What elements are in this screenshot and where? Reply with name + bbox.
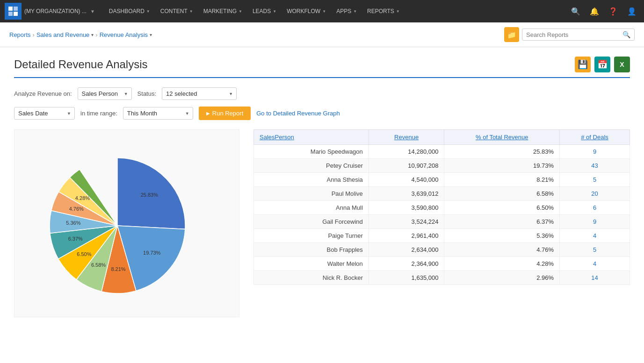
breadcrumb: Reports › Sales and Revenue ▾ › Revenue …	[9, 31, 152, 38]
date-field-select-wrapper: Sales Date	[14, 107, 75, 120]
cell-deals: 43	[560, 159, 630, 173]
nav-items: DASHBOARD ▼ CONTENT ▼ MARKETING ▼ LEADS …	[104, 5, 566, 17]
cell-revenue: 2,634,000	[369, 243, 444, 257]
cell-revenue: 1,635,000	[369, 271, 444, 285]
col-pct-revenue[interactable]: % of Total Revenue	[444, 130, 560, 145]
col-revenue[interactable]: Revenue	[369, 130, 444, 145]
analyze-label: Analyze Revenue on:	[14, 90, 72, 97]
status-select[interactable]: 12 selected	[162, 87, 237, 100]
table-body: Mario Speedwagon 14,280,000 25.83% 9 Pet…	[254, 145, 630, 285]
deals-link[interactable]: 5	[593, 246, 596, 253]
time-range-select-wrapper: This Month	[123, 107, 193, 120]
run-report-button[interactable]: ▶ Run Report	[199, 107, 251, 120]
deals-link[interactable]: 6	[593, 204, 596, 211]
cell-revenue: 3,524,224	[369, 215, 444, 229]
table-header-row: SalesPerson Revenue % of Total Revenue #…	[254, 130, 630, 145]
date-field-select[interactable]: Sales Date	[14, 107, 75, 120]
save-icon-btn[interactable]: 💾	[575, 57, 591, 72]
page-title-area: Detailed Revenue Analysis 💾 📅 X	[14, 57, 630, 78]
cell-name: Anna Mull	[254, 201, 369, 215]
col-salesperson[interactable]: SalesPerson	[254, 130, 369, 145]
deals-link[interactable]: 5	[593, 176, 596, 183]
cell-deals: 14	[560, 271, 630, 285]
cell-pct: 6.58%	[444, 187, 560, 201]
cell-pct: 19.73%	[444, 159, 560, 173]
svg-text:6.37%: 6.37%	[68, 236, 83, 242]
nav-reports[interactable]: REPORTS ▼	[362, 5, 405, 17]
search-submit-icon[interactable]: 🔍	[622, 31, 630, 38]
top-navigation: (MY ORGANIZATION) ... ▼ DASHBOARD ▼ CONT…	[0, 0, 644, 22]
deals-link[interactable]: 9	[593, 148, 596, 155]
logo-area[interactable]: (MY ORGANIZATION) ... ▼	[5, 3, 95, 20]
cell-name: Gail Forcewind	[254, 215, 369, 229]
svg-rect-2	[8, 12, 13, 16]
table-row: Paige Turner 2,961,400 5.36% 4	[254, 229, 630, 243]
search-box: 🔍	[522, 28, 635, 41]
nav-apps-arrow: ▼	[353, 9, 357, 14]
breadcrumb-analysis-dropdown[interactable]: ▾	[150, 32, 152, 37]
status-select-wrapper: 12 selected	[162, 87, 237, 100]
cell-deals: 5	[560, 173, 630, 187]
nav-marketing[interactable]: MARKETING ▼	[199, 5, 247, 17]
svg-rect-3	[14, 12, 18, 16]
table-row: Gail Forcewind 3,524,224 6.37% 9	[254, 215, 630, 229]
deals-link[interactable]: 4	[593, 232, 596, 239]
help-icon-btn[interactable]: ❓	[606, 4, 621, 19]
nav-content[interactable]: CONTENT ▼	[156, 5, 198, 17]
cell-revenue: 2,961,400	[369, 229, 444, 243]
deals-link[interactable]: 9	[593, 218, 596, 225]
cell-revenue: 4,540,000	[369, 173, 444, 187]
cell-deals: 6	[560, 201, 630, 215]
breadcrumb-revenue-analysis[interactable]: Revenue Analysis	[100, 31, 148, 38]
nav-icon-group: 🔍 🔔 ❓ 👤	[568, 4, 639, 19]
filter-row-2: Sales Date in time range: This Month ▶ R…	[14, 107, 630, 120]
breadcrumb-sales-dropdown[interactable]: ▾	[91, 32, 94, 37]
svg-text:4.28%: 4.28%	[75, 195, 90, 201]
schedule-icon-btn[interactable]: 📅	[594, 57, 610, 72]
export-excel-icon-btn[interactable]: X	[614, 57, 630, 72]
nav-dashboard[interactable]: DASHBOARD ▼	[104, 5, 155, 17]
deals-link[interactable]: 14	[591, 274, 598, 281]
cell-pct: 25.83%	[444, 145, 560, 159]
cell-name: Petey Cruiser	[254, 159, 369, 173]
cell-pct: 6.37%	[444, 215, 560, 229]
svg-text:8.21%: 8.21%	[111, 266, 125, 272]
nav-workflow-arrow: ▼	[322, 9, 326, 14]
breadcrumb-reports[interactable]: Reports	[9, 31, 31, 38]
org-dropdown-arrow[interactable]: ▼	[90, 9, 95, 14]
deals-link[interactable]: 4	[593, 260, 596, 267]
nav-reports-arrow: ▼	[396, 9, 400, 14]
table-row: Paul Molive 3,639,012 6.58% 20	[254, 187, 630, 201]
cell-pct: 4.76%	[444, 243, 560, 257]
cell-pct: 2.96%	[444, 271, 560, 285]
search-area: 📁 🔍	[504, 27, 635, 42]
nav-content-arrow: ▼	[189, 9, 193, 14]
breadcrumb-sep-1: ›	[33, 31, 35, 38]
cell-name: Bob Frapples	[254, 243, 369, 257]
deals-link[interactable]: 43	[591, 162, 598, 169]
time-range-select[interactable]: This Month	[123, 107, 193, 120]
table-row: Petey Cruiser 10,907,208 19.73% 43	[254, 159, 630, 173]
analyze-select-wrapper: Sales Person	[78, 87, 132, 100]
revenue-table: SalesPerson Revenue % of Total Revenue #…	[253, 129, 630, 285]
deals-link[interactable]: 20	[591, 190, 598, 197]
col-num-deals[interactable]: # of Deals	[560, 130, 630, 145]
table-row: Mario Speedwagon 14,280,000 25.83% 9	[254, 145, 630, 159]
search-icon-btn[interactable]: 🔍	[568, 4, 583, 19]
folder-icon-btn[interactable]: 📁	[504, 27, 519, 42]
cell-deals: 4	[560, 229, 630, 243]
svg-text:19.73%: 19.73%	[143, 250, 161, 256]
nav-leads[interactable]: LEADS ▼	[248, 5, 281, 17]
user-icon-btn[interactable]: 👤	[624, 4, 639, 19]
folder-icon: 📁	[507, 30, 516, 39]
cell-revenue: 14,280,000	[369, 145, 444, 159]
svg-text:6.50%: 6.50%	[77, 251, 91, 257]
search-input[interactable]	[526, 31, 620, 38]
notifications-icon-btn[interactable]: 🔔	[587, 4, 602, 19]
analyze-select[interactable]: Sales Person	[78, 87, 132, 100]
nav-apps[interactable]: APPS ▼	[332, 5, 362, 17]
breadcrumb-sales-revenue[interactable]: Sales and Revenue	[36, 31, 89, 38]
nav-workflow[interactable]: WORKFLOW ▼	[282, 5, 331, 17]
graph-link[interactable]: Go to Detailed Revenue Graph	[256, 110, 340, 117]
nav-leads-arrow: ▼	[273, 9, 276, 14]
